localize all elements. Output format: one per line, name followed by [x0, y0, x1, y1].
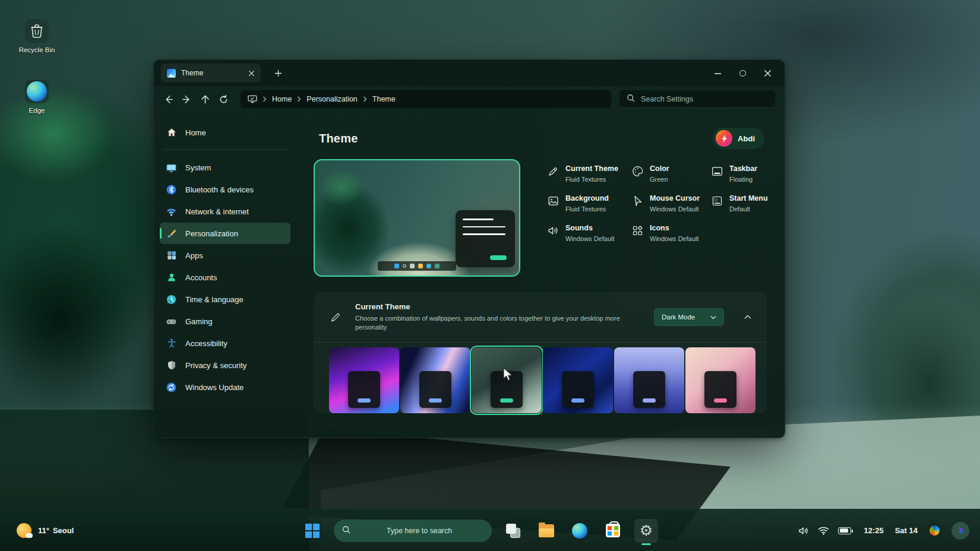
- sidebar-item-privacy[interactable]: Privacy & security: [160, 354, 290, 376]
- chevron-right-icon: [263, 96, 267, 102]
- desktop-icon-edge[interactable]: Edge: [12, 80, 62, 114]
- desktop-icon-recycle-bin[interactable]: Recycle Bin: [12, 19, 62, 53]
- tab-theme[interactable]: Theme: [161, 64, 261, 83]
- battery-icon[interactable]: [838, 527, 851, 534]
- task-view-button[interactable]: [501, 519, 525, 543]
- sidebar-item-windows-update[interactable]: Windows Update: [160, 376, 290, 398]
- refresh-icon[interactable]: [219, 94, 229, 104]
- sidebar-item-accounts[interactable]: Accounts: [160, 267, 290, 288]
- breadcrumb-home[interactable]: Home: [272, 95, 292, 103]
- theme-preview-card[interactable]: [314, 159, 520, 277]
- sidebar-item-accessibility[interactable]: Accessibility: [160, 332, 290, 354]
- start-button[interactable]: [301, 519, 324, 543]
- bluetooth-icon: [166, 184, 177, 195]
- property-mouse-cursor: Mouse Cursor Windows Default: [631, 192, 711, 222]
- property-icons: Icons Windows Default: [631, 222, 711, 252]
- settings-button[interactable]: ⚙: [634, 519, 658, 543]
- pen-icon: [329, 311, 342, 324]
- sidebar-item-label: Home: [185, 128, 206, 137]
- collapse-chevron-up-icon[interactable]: [741, 310, 755, 324]
- sidebar-item-gaming[interactable]: Gaming: [160, 311, 290, 332]
- theme-thumbnail-periwinkle-blocks[interactable]: [614, 347, 684, 413]
- sidebar-item-home[interactable]: Home: [160, 122, 290, 143]
- up-icon[interactable]: [200, 94, 210, 104]
- user-button[interactable]: Abdi: [713, 128, 764, 149]
- back-icon[interactable]: [163, 94, 173, 104]
- theme-thumbnail-wave-mesh[interactable]: [400, 347, 470, 413]
- tab-close-icon[interactable]: [248, 70, 255, 77]
- edge-button[interactable]: [568, 519, 592, 543]
- gear-icon: ⚙: [640, 523, 653, 538]
- time-language-icon: [166, 294, 177, 305]
- property-current-theme: Current Theme Fluid Textures: [547, 163, 631, 192]
- windows-update-icon: [166, 382, 177, 393]
- theme-thumbnail-pink-feather[interactable]: [685, 347, 755, 413]
- sidebar-item-bluetooth[interactable]: Bluetooth & devices: [160, 179, 290, 200]
- settings-window: Theme: [153, 59, 785, 438]
- breadcrumb-personalization[interactable]: Personalization: [306, 95, 357, 103]
- sidebar-item-system[interactable]: System: [160, 157, 290, 178]
- home-icon: [166, 127, 177, 138]
- pen-icon: [547, 165, 559, 178]
- window-controls: [714, 69, 777, 77]
- minimize-button[interactable]: [714, 69, 722, 77]
- clock[interactable]: 12:25: [864, 526, 883, 535]
- property-color: Color Green: [631, 163, 711, 192]
- taskbar-setting-icon: [711, 165, 723, 178]
- user-name: Abdi: [738, 134, 755, 143]
- chevron-right-icon: [363, 96, 367, 102]
- edge-icon: [572, 523, 587, 539]
- theme-thumbnail-purple-abstract[interactable]: [329, 347, 399, 413]
- palette-icon: [631, 165, 644, 178]
- forward-icon[interactable]: [182, 94, 192, 104]
- mouse-cursor: [502, 367, 513, 385]
- taskbar: 11° Seoul: [0, 509, 980, 551]
- microsoft-store-button[interactable]: [601, 519, 625, 543]
- theme-thumbnails: [314, 343, 767, 413]
- dark-mode-dropdown[interactable]: Dark Mode: [654, 308, 724, 326]
- sidebar: Home System Bluetooth & devices Network …: [154, 112, 296, 439]
- maximize-button[interactable]: [739, 70, 746, 77]
- main-content: Theme Abdi: [296, 112, 785, 439]
- sidebar-item-label: Windows Update: [185, 383, 244, 392]
- sidebar-item-apps[interactable]: Apps: [160, 245, 290, 266]
- weather-temperature: 11°: [38, 526, 49, 535]
- taskbar-search-input[interactable]: [355, 527, 483, 535]
- copilot-icon[interactable]: [927, 522, 943, 539]
- search-icon: [342, 525, 350, 536]
- theme-thumbnail-dark-blue-abstract[interactable]: [543, 347, 613, 413]
- assistant-icon[interactable]: [951, 522, 969, 540]
- new-tab-button[interactable]: [270, 65, 286, 81]
- taskbar-search[interactable]: [334, 520, 492, 542]
- apps-icon: [166, 250, 177, 261]
- sidebar-item-personalization[interactable]: Personalization: [160, 223, 290, 244]
- wifi-icon[interactable]: [818, 526, 829, 535]
- desktop-icon-label: Edge: [12, 107, 62, 114]
- file-explorer-button[interactable]: [535, 519, 558, 543]
- sidebar-item-label: Personalization: [185, 229, 238, 238]
- gaming-icon: [166, 316, 177, 327]
- page-title: Theme: [319, 132, 358, 145]
- weather-widget[interactable]: 11° Seoul: [17, 509, 74, 551]
- sidebar-item-network[interactable]: Network & internet: [160, 201, 290, 222]
- sidebar-divider: [163, 149, 287, 150]
- accounts-icon: [166, 272, 177, 283]
- sidebar-item-label: Apps: [185, 251, 203, 260]
- edge-icon: [25, 80, 49, 103]
- settings-search-input[interactable]: [641, 95, 768, 103]
- date[interactable]: Sat 14: [895, 526, 918, 535]
- section-title: Current Theme: [355, 302, 640, 311]
- volume-icon[interactable]: [798, 526, 809, 536]
- weather-sun-icon: [17, 523, 31, 538]
- sidebar-item-label: Network & internet: [185, 207, 249, 216]
- breadcrumb-theme[interactable]: Theme: [372, 95, 396, 103]
- settings-search[interactable]: [619, 90, 775, 108]
- device-monitor-icon: [248, 95, 257, 103]
- avatar: [716, 130, 732, 147]
- sidebar-item-time-language[interactable]: Time & language: [160, 289, 290, 310]
- search-icon: [627, 94, 635, 104]
- image-icon: [547, 195, 559, 207]
- desktop-icon-label: Recycle Bin: [12, 46, 62, 53]
- close-button[interactable]: [764, 69, 772, 77]
- file-explorer-icon: [539, 524, 554, 537]
